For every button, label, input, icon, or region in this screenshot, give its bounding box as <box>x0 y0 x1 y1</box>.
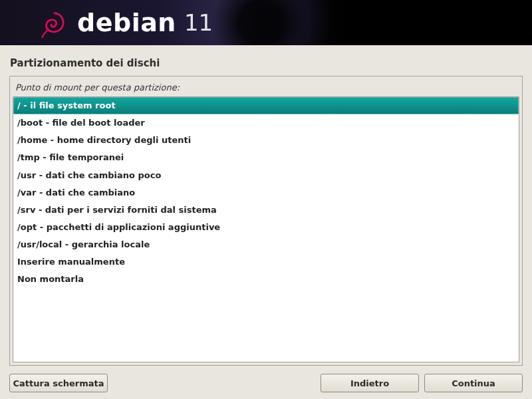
mountpoint-option[interactable]: Inserire manualmente <box>13 253 519 271</box>
debian-swirl-icon <box>36 7 68 39</box>
back-button[interactable]: Indietro <box>321 374 419 392</box>
mountpoint-option[interactable]: /home - home directory degli utenti <box>13 132 519 149</box>
mountpoint-option[interactable]: / - il file system root <box>13 97 519 114</box>
mountpoint-option[interactable]: /usr - dati che cambiano poco <box>13 167 519 184</box>
banner: debian 11 <box>0 0 532 45</box>
brand-version: 11 <box>184 9 213 36</box>
mountpoint-option[interactable]: Non montarla <box>13 271 519 288</box>
mountpoint-option[interactable]: /usr/local - gerarchia locale <box>13 236 519 253</box>
main-panel: Punto di mount per questa partizione: / … <box>9 76 523 366</box>
mountpoint-option[interactable]: /srv - dati per i servizi forniti dal si… <box>13 201 519 219</box>
screenshot-button[interactable]: Cattura schermata <box>9 374 108 392</box>
mountpoint-option[interactable]: /tmp - file temporanei <box>13 149 519 166</box>
mountpoint-option[interactable]: /boot - file del boot loader <box>13 114 519 132</box>
brand-name: debian <box>77 8 176 37</box>
button-row: Cattura schermata Indietro Continua <box>9 374 523 392</box>
mountpoint-option[interactable]: /opt - pacchetti di applicazioni aggiunt… <box>13 219 519 236</box>
mountpoint-listbox[interactable]: / - il file system root/boot - file del … <box>13 96 519 362</box>
continue-button[interactable]: Continua <box>424 374 523 392</box>
mountpoint-option[interactable]: /var - dati che cambiano <box>13 184 519 201</box>
page-title: Partizionamento dei dischi <box>0 45 532 76</box>
panel-label: Punto di mount per questa partizione: <box>10 76 522 96</box>
